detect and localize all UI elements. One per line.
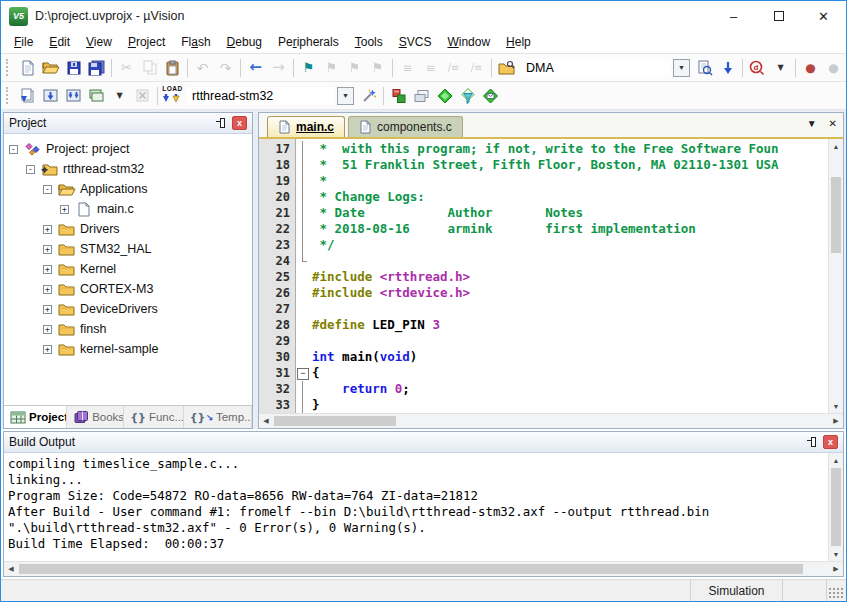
tree-item-rtthread-stm32[interactable]: -rtthread-stm32: [4, 159, 252, 179]
target-combo-dropdown-button[interactable]: ▼: [337, 87, 354, 105]
tree-expander[interactable]: +: [60, 205, 69, 214]
disable-breakpoint-button[interactable]: ●: [822, 57, 845, 79]
editor-vertical-scrollbar[interactable]: ▲ ▼: [828, 139, 843, 413]
menu-project[interactable]: Project: [120, 33, 173, 51]
batch-build-button[interactable]: [85, 85, 108, 107]
editor-horizontal-scrollbar[interactable]: ◀ ▶: [259, 413, 843, 428]
editor-hscroll-thumb[interactable]: [274, 416, 396, 426]
menu-flash[interactable]: Flash: [173, 33, 218, 51]
pin-icon[interactable]: [805, 436, 818, 449]
scroll-right-button[interactable]: ▶: [829, 414, 843, 428]
editor-vscroll-thumb[interactable]: [831, 177, 841, 253]
tree-expander[interactable]: +: [43, 285, 52, 294]
manage-rte-button[interactable]: [479, 85, 502, 107]
save-all-button[interactable]: [85, 57, 108, 79]
tree-item-drivers[interactable]: +Drivers: [4, 219, 252, 239]
tree-expander[interactable]: +: [43, 245, 52, 254]
menu-view[interactable]: View: [78, 33, 120, 51]
menu-file[interactable]: File: [6, 33, 41, 51]
tree-item-devicedrivers[interactable]: +DeviceDrivers: [4, 299, 252, 319]
find-in-files-dialog-button[interactable]: [495, 57, 518, 79]
tree-expander[interactable]: -: [26, 165, 35, 174]
build-horizontal-scrollbar[interactable]: ◀ ▶: [4, 561, 843, 576]
start-debug-session-button[interactable]: [387, 85, 410, 107]
translate-file-button[interactable]: [16, 85, 39, 107]
editor-tab-components-c[interactable]: components.c: [348, 116, 463, 137]
editor-tab-main-c[interactable]: main.c: [267, 116, 345, 137]
code-fold-margin[interactable]: [296, 139, 309, 413]
manage-target-button[interactable]: [357, 85, 380, 107]
debug-search-button[interactable]: d: [746, 57, 769, 79]
minimize-button[interactable]: –: [711, 1, 756, 31]
menu-help[interactable]: Help: [498, 33, 539, 51]
menu-svcs[interactable]: SVCS: [391, 33, 440, 51]
toggle-breakpoint-button[interactable]: ●: [799, 57, 822, 79]
tree-item-kernel[interactable]: +Kernel: [4, 259, 252, 279]
incremental-find-button[interactable]: [716, 57, 739, 79]
scroll-up-button[interactable]: ▲: [829, 453, 843, 467]
build-button[interactable]: [39, 85, 62, 107]
tree-expander[interactable]: +: [43, 325, 52, 334]
tree-expander[interactable]: -: [9, 145, 18, 154]
batch-build-caret[interactable]: ▼: [108, 85, 131, 107]
navigate-back-button[interactable]: ←: [244, 57, 267, 79]
toolbar-grip[interactable]: [6, 59, 11, 76]
build-vertical-scrollbar[interactable]: ▲ ▼: [828, 453, 843, 561]
find-in-files-button[interactable]: [693, 57, 716, 79]
debug-windows-button[interactable]: [410, 85, 433, 107]
build-output-close-button[interactable]: x: [823, 435, 838, 449]
maximize-button[interactable]: [756, 1, 801, 31]
menu-edit[interactable]: Edit: [41, 33, 78, 51]
target-options-button[interactable]: [433, 85, 456, 107]
toolbar-grip[interactable]: [6, 87, 11, 104]
fold-toggle[interactable]: [296, 365, 309, 381]
menu-tools[interactable]: Tools: [347, 33, 391, 51]
scroll-left-button[interactable]: ◀: [259, 414, 273, 428]
save-button[interactable]: [62, 57, 85, 79]
panel-tab-books[interactable]: Books: [67, 406, 124, 428]
debug-search-caret[interactable]: ▼: [769, 57, 792, 79]
code-editor[interactable]: * with this program; if not, write to th…: [309, 139, 828, 413]
tree-item-finsh[interactable]: +finsh: [4, 319, 252, 339]
tree-expander[interactable]: +: [43, 305, 52, 314]
tree-expander[interactable]: -: [43, 185, 52, 194]
new-file-button[interactable]: [16, 57, 39, 79]
panel-tab-temp[interactable]: {}↘Temp...: [184, 406, 252, 428]
search-combo-dropdown-button[interactable]: ▼: [673, 59, 690, 77]
tree-item-kernel-sample[interactable]: +kernel-sample: [4, 339, 252, 359]
tree-item-project-project[interactable]: -Project: project: [4, 139, 252, 159]
insert-bookmark-button[interactable]: ⚑: [297, 57, 320, 79]
menu-window[interactable]: Window: [439, 33, 498, 51]
tree-expander[interactable]: +: [43, 345, 52, 354]
open-file-button[interactable]: [39, 57, 62, 79]
tree-item-stm32-hal[interactable]: +STM32_HAL: [4, 239, 252, 259]
resize-grip[interactable]: [827, 586, 844, 599]
build-vscroll-thumb[interactable]: [831, 468, 841, 546]
tree-item-cortex-m3[interactable]: +CORTEX-M3: [4, 279, 252, 299]
document-list-button[interactable]: ▼: [807, 118, 817, 129]
panel-tab-project[interactable]: Project: [4, 406, 67, 428]
close-button[interactable]: ✕: [801, 1, 846, 31]
tree-item-main-c[interactable]: +main.c: [4, 199, 252, 219]
build-hscroll-thumb[interactable]: [19, 564, 803, 574]
tree-expander[interactable]: +: [43, 225, 52, 234]
scroll-left-button[interactable]: ◀: [4, 562, 18, 576]
menu-peripherals[interactable]: Peripherals: [270, 33, 347, 51]
tree-item-applications[interactable]: -Applications: [4, 179, 252, 199]
project-panel-close-button[interactable]: x: [232, 116, 247, 130]
search-combo[interactable]: DMA▼: [521, 58, 690, 78]
download-button[interactable]: LOAD: [161, 85, 184, 107]
rebuild-all-button[interactable]: [62, 85, 85, 107]
paste-button[interactable]: [161, 57, 184, 79]
file-extensions-button[interactable]: [456, 85, 479, 107]
panel-tab-func[interactable]: {}Func...: [124, 406, 184, 428]
target-combo[interactable]: rtthread-stm32▼: [187, 86, 354, 106]
tree-expander[interactable]: +: [43, 265, 52, 274]
scroll-right-button[interactable]: ▶: [829, 562, 843, 576]
menu-debug[interactable]: Debug: [219, 33, 270, 51]
scroll-down-button[interactable]: ▼: [829, 547, 843, 561]
scroll-down-button[interactable]: ▼: [829, 399, 843, 413]
close-document-button[interactable]: ✕: [829, 118, 837, 129]
build-output-text[interactable]: compiling timeslice_sample.c...linking..…: [4, 453, 828, 561]
pin-icon[interactable]: [214, 117, 227, 130]
